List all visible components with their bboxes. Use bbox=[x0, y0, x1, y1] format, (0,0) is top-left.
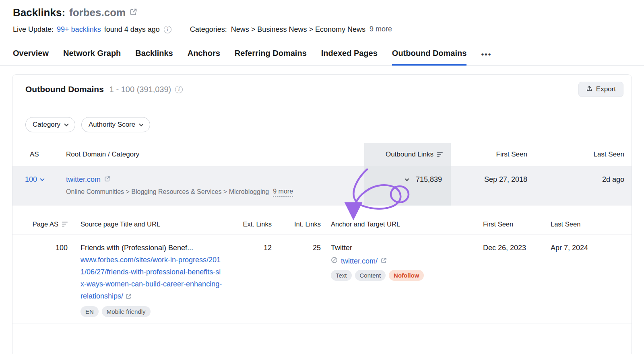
info-icon[interactable]: i bbox=[175, 86, 183, 93]
authority-score-dropdown[interactable]: 100 bbox=[25, 174, 44, 185]
page-header: Backlinks: forbes.com Live Update: 99+ b… bbox=[0, 0, 644, 34]
sub-table-header: Page AS Source page Title and URL Ext. L… bbox=[12, 214, 632, 235]
authority-score-filter-label: Authority Score bbox=[89, 121, 135, 129]
anchor-text: Twitter bbox=[331, 242, 470, 254]
sort-icon[interactable] bbox=[437, 152, 443, 157]
authority-score-value: 100 bbox=[25, 174, 37, 185]
col-last-seen: Last Seen bbox=[527, 143, 632, 166]
col-sub-first-seen: First Seen bbox=[470, 214, 538, 235]
source-page-url-link[interactable]: www.forbes.com/sites/work-in-progress/20… bbox=[80, 254, 222, 303]
tabs-more-icon[interactable]: ••• bbox=[481, 50, 491, 66]
live-update-suffix: found 4 days ago bbox=[104, 25, 160, 34]
link-placement-badge: Content bbox=[355, 270, 386, 281]
target-url-link[interactable]: twitter.com/ bbox=[341, 255, 378, 267]
tab-overview[interactable]: Overview bbox=[13, 49, 49, 66]
external-link-icon[interactable] bbox=[130, 8, 137, 17]
mobile-friendly-badge: Mobile friendly bbox=[102, 306, 151, 317]
chevron-down-icon bbox=[64, 122, 68, 126]
export-label: Export bbox=[596, 85, 616, 93]
col-source-page: Source page Title and URL bbox=[68, 214, 222, 235]
col-root-domain: Root Domain / Category bbox=[60, 143, 364, 166]
tab-outbound-domains[interactable]: Outbound Domains bbox=[392, 49, 467, 66]
categories-label: Categories: bbox=[190, 25, 227, 34]
page-title: Backlinks: forbes.com bbox=[13, 6, 126, 19]
root-domain-link[interactable]: twitter.com bbox=[66, 174, 101, 185]
col-as: AS bbox=[12, 143, 60, 166]
first-seen-value: Sep 27, 2018 bbox=[451, 166, 527, 206]
backlink-row: 100 Friends with (Professional) Benef...… bbox=[12, 235, 632, 323]
live-update-backlinks-link[interactable]: 99+ backlinks bbox=[57, 25, 101, 34]
info-icon[interactable]: i bbox=[164, 26, 171, 33]
result-range: 1 - 100 (391,039) bbox=[109, 85, 171, 94]
categories-more-link[interactable]: 9 more bbox=[369, 25, 392, 34]
outbound-links-count: 715,839 bbox=[416, 174, 442, 185]
external-link-icon[interactable] bbox=[381, 255, 387, 267]
category-filter-dropdown[interactable]: Category bbox=[25, 117, 75, 132]
authority-score-filter-dropdown[interactable]: Authority Score bbox=[81, 117, 150, 132]
export-button[interactable]: Export bbox=[578, 82, 623, 97]
source-page-url: www.forbes.com/sites/work-in-progress/20… bbox=[80, 256, 222, 300]
page-title-domain: forbes.com bbox=[69, 6, 126, 19]
ext-links-value: 12 bbox=[222, 235, 272, 323]
col-page-as-label: Page AS bbox=[33, 220, 58, 228]
categories-path: News > Business News > Economy News bbox=[231, 25, 365, 34]
tab-anchors[interactable]: Anchors bbox=[188, 49, 220, 66]
categories-group: Categories: News > Business News > Econo… bbox=[190, 25, 392, 34]
page-meta-row: Live Update: 99+ backlinks found 4 days … bbox=[13, 25, 631, 34]
category-filter-label: Category bbox=[33, 121, 60, 129]
link-type-badge: Text bbox=[331, 270, 352, 281]
tab-backlinks[interactable]: Backlinks bbox=[135, 49, 173, 66]
col-int-links: Int. Links bbox=[272, 214, 321, 235]
domain-row-twitter: 100 twitter.com Online Communities > Blo… bbox=[12, 166, 632, 206]
card-title: Outbound Domains bbox=[25, 84, 104, 94]
tab-network-graph[interactable]: Network Graph bbox=[63, 49, 121, 66]
tab-indexed-pages[interactable]: Indexed Pages bbox=[321, 49, 378, 66]
collapse-row-chevron[interactable] bbox=[405, 178, 409, 181]
export-icon bbox=[586, 85, 592, 94]
nofollow-icon bbox=[331, 255, 338, 267]
live-update-label: Live Update: bbox=[13, 25, 54, 34]
int-links-value: 25 bbox=[272, 235, 321, 323]
chevron-down-icon bbox=[139, 122, 144, 126]
col-first-seen: First Seen bbox=[451, 143, 527, 166]
chevron-down-icon bbox=[405, 177, 409, 181]
col-anchor-target: Anchor and Target URL bbox=[321, 214, 470, 235]
source-page-title: Friends with (Professional) Benef... bbox=[80, 242, 222, 254]
sort-icon[interactable] bbox=[62, 222, 68, 226]
sub-first-seen-value: Dec 26, 2023 bbox=[470, 235, 538, 323]
page-as-value: 100 bbox=[25, 235, 68, 323]
sub-last-seen-value: Apr 7, 2024 bbox=[538, 235, 632, 323]
external-link-icon[interactable] bbox=[104, 174, 110, 185]
card-header: Outbound Domains 1 - 100 (391,039) i Exp… bbox=[12, 75, 632, 104]
category-more-link[interactable]: 9 more bbox=[273, 187, 293, 197]
language-badge: EN bbox=[80, 306, 99, 317]
last-seen-value: 2d ago bbox=[527, 166, 632, 206]
page-title-label: Backlinks: bbox=[13, 6, 65, 19]
main-table-header: AS Root Domain / Category Outbound Links… bbox=[12, 143, 632, 166]
col-page-as[interactable]: Page AS bbox=[25, 214, 68, 235]
col-sub-last-seen: Last Seen bbox=[538, 214, 632, 235]
filters-bar: Category Authority Score bbox=[12, 104, 632, 143]
col-outbound-links[interactable]: Outbound Links bbox=[364, 143, 451, 166]
tab-referring-domains[interactable]: Referring Domains bbox=[235, 49, 307, 66]
domain-category-path: Online Communities > Blogging Resources … bbox=[66, 187, 269, 196]
chevron-down-icon bbox=[40, 177, 44, 181]
backlinks-outbound-domains-page: Backlinks: forbes.com Live Update: 99+ b… bbox=[0, 0, 644, 354]
report-tabs: Overview Network Graph Backlinks Anchors… bbox=[0, 49, 644, 66]
external-link-icon bbox=[126, 293, 132, 301]
col-ext-links: Ext. Links bbox=[222, 214, 272, 235]
col-outbound-links-label: Outbound Links bbox=[386, 150, 433, 158]
outbound-domains-card: Outbound Domains 1 - 100 (391,039) i Exp… bbox=[12, 74, 632, 354]
nofollow-badge: Nofollow bbox=[389, 270, 424, 281]
